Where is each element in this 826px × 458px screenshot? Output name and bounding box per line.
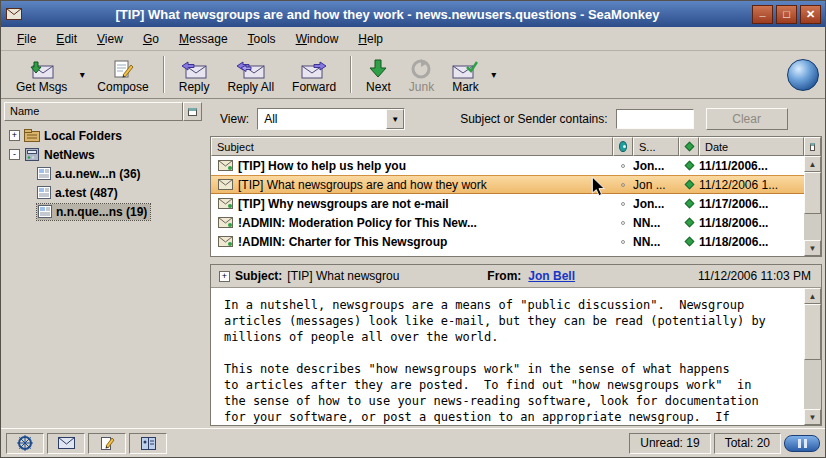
message-envelope-icon <box>218 198 234 209</box>
message-envelope-icon <box>218 160 234 171</box>
statusbar: Unread: 19 Total: 20 <box>1 428 825 457</box>
mark-button[interactable]: Mark <box>443 52 488 97</box>
column-date[interactable]: Date <box>699 137 804 156</box>
column-thread[interactable] <box>613 137 633 156</box>
titlebar[interactable]: [TIP] What newsgroups are and how they w… <box>1 1 825 27</box>
get-msgs-button[interactable]: Get Msgs <box>7 52 76 97</box>
message-subject: [TIP] What newsgroups are and how they w… <box>238 178 613 192</box>
menu-view[interactable]: View <box>89 29 131 49</box>
menu-go[interactable]: Go <box>135 29 167 49</box>
message-row-4[interactable]: !ADMIN: Moderation Policy for This New..… <box>211 213 804 232</box>
horizontal-splitter[interactable] <box>210 257 822 264</box>
junk-status-icon[interactable] <box>684 180 694 190</box>
message-header: + Subject: [TIP] What newsgrou From: Jon… <box>211 265 821 288</box>
folder-column-picker[interactable] <box>183 102 202 121</box>
folder-column-name[interactable]: Name <box>4 102 183 121</box>
junk-status-icon[interactable] <box>684 218 694 228</box>
seamonkey-window: [TIP] What newsgroups are and how they w… <box>0 0 826 458</box>
collapse-icon[interactable]: - <box>9 149 20 160</box>
folder-label: Local Folders <box>44 129 122 143</box>
list-column-picker[interactable] <box>804 137 821 156</box>
header-expand-icon[interactable]: + <box>219 271 230 282</box>
mark-dropdown-icon[interactable] <box>488 52 500 97</box>
read-status-icon[interactable] <box>621 164 625 168</box>
menu-tools[interactable]: Tools <box>240 29 284 49</box>
view-label: View: <box>220 112 249 126</box>
message-date: 11/18/2006... <box>699 235 804 249</box>
search-input[interactable] <box>616 109 694 129</box>
component-addressbook-button[interactable] <box>129 433 167 454</box>
component-composer-button[interactable] <box>88 433 126 454</box>
junk-status-icon[interactable] <box>684 161 694 171</box>
message-row-2-selected[interactable]: [TIP] What newsgroups are and how they w… <box>211 175 804 194</box>
compose-button[interactable]: Compose <box>88 52 157 97</box>
subject-label: Subject: <box>235 269 282 283</box>
folder-netnews[interactable]: - NetNews <box>4 145 202 164</box>
message-pane-scrollbar[interactable] <box>804 288 821 425</box>
column-subject[interactable]: Subject <box>211 137 613 156</box>
component-mail-button[interactable] <box>47 433 85 454</box>
component-navigator-button[interactable] <box>6 433 44 454</box>
column-sender[interactable]: S... <box>633 137 679 156</box>
column-flag[interactable] <box>679 137 699 156</box>
window-controls <box>752 5 821 24</box>
scrollbar-thumb[interactable] <box>804 172 821 214</box>
read-status-icon[interactable] <box>621 202 625 206</box>
toolbar-separator <box>350 56 352 93</box>
scroll-up-icon[interactable] <box>804 288 821 304</box>
message-body-pane[interactable]: In a nutshell, newsgroups are a means of… <box>211 288 821 425</box>
reply-button[interactable]: Reply <box>170 52 219 97</box>
newsgroup-item-1[interactable]: a.u.new...n (36) <box>4 164 202 183</box>
newsgroup-icon <box>37 167 51 180</box>
menu-file[interactable]: File <box>9 29 44 49</box>
message-row-5[interactable]: !ADMIN: Charter for This Newsgroup NN...… <box>211 232 804 251</box>
total-count: Total: 20 <box>714 433 781 454</box>
thread-pane-scrollbar[interactable] <box>804 156 821 256</box>
read-status-icon[interactable] <box>621 240 625 244</box>
get-msgs-dropdown-icon[interactable] <box>76 52 88 97</box>
view-dropdown[interactable]: All <box>257 108 405 130</box>
expand-icon[interactable]: + <box>9 130 20 141</box>
scrollbar-thumb[interactable] <box>804 304 821 360</box>
scroll-down-icon[interactable] <box>804 240 821 256</box>
menu-help[interactable]: Help <box>350 29 391 49</box>
close-button[interactable] <box>800 5 821 24</box>
from-link[interactable]: Jon Bell <box>528 269 575 283</box>
next-button[interactable]: Next <box>357 52 400 97</box>
compose-icon <box>111 57 135 79</box>
vertical-splitter[interactable] <box>202 102 210 426</box>
reply-all-button[interactable]: Reply All <box>218 52 283 97</box>
online-status-indicator[interactable] <box>784 435 820 452</box>
newsgroup-item-selected[interactable]: n.n.que...ns (19) <box>4 202 202 221</box>
junk-status-icon[interactable] <box>684 199 694 209</box>
message-body-text: In a nutshell, newsgroups are a means of… <box>211 288 804 425</box>
folder-pane-header: Name <box>4 102 202 121</box>
read-status-icon[interactable] <box>621 221 625 225</box>
message-subject: !ADMIN: Moderation Policy for This New..… <box>238 216 613 230</box>
message-rows: [TIP] How to help us help you Jon... 11/… <box>211 156 804 256</box>
app-icon <box>5 5 23 23</box>
minimize-button[interactable] <box>752 5 773 24</box>
scroll-down-icon[interactable] <box>804 409 821 425</box>
message-row-1[interactable]: [TIP] How to help us help you Jon... 11/… <box>211 156 804 175</box>
junk-status-icon[interactable] <box>684 237 694 247</box>
reply-all-label: Reply All <box>227 80 274 94</box>
message-row-3[interactable]: [TIP] Why newsgroups are not e-mail Jon.… <box>211 194 804 213</box>
newsgroup-icon <box>37 186 51 199</box>
read-status-icon[interactable] <box>621 183 625 187</box>
folder-local-folders[interactable]: + Local Folders <box>4 126 202 145</box>
forward-button[interactable]: Forward <box>283 52 345 97</box>
newsgroup-item-2[interactable]: a.test (487) <box>4 183 202 202</box>
message-envelope-icon <box>218 179 234 190</box>
folder-label: NetNews <box>44 148 95 162</box>
flag-column-icon <box>684 142 694 152</box>
menu-message[interactable]: Message <box>171 29 236 49</box>
message-sender: Jon ... <box>633 178 679 192</box>
get-msgs-label: Get Msgs <box>16 80 67 94</box>
reply-all-icon <box>237 57 265 79</box>
menu-edit[interactable]: Edit <box>48 29 85 49</box>
menu-window[interactable]: Window <box>288 29 347 49</box>
scroll-up-icon[interactable] <box>804 156 821 172</box>
maximize-button[interactable] <box>776 5 797 24</box>
dropdown-arrow-icon[interactable] <box>386 109 404 129</box>
